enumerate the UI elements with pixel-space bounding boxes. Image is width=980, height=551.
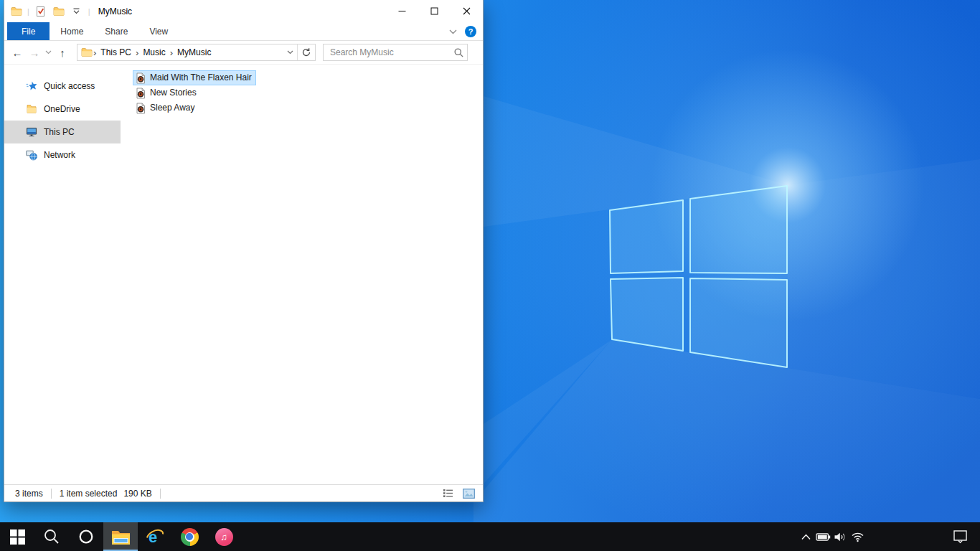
tray-show-hidden-icons-button[interactable]	[797, 522, 814, 551]
action-center-button[interactable]	[946, 522, 975, 551]
battery-icon	[816, 531, 831, 543]
taskbar-search-button[interactable]	[34, 522, 69, 551]
cortana-button[interactable]	[69, 522, 103, 551]
file-name: Maid With The Flaxen Hair	[150, 71, 252, 85]
address-dropdown-button[interactable]	[283, 44, 297, 60]
properties-button[interactable]	[34, 4, 47, 19]
sidebar-item-onedrive[interactable]: OneDrive	[4, 98, 121, 121]
close-button[interactable]	[451, 0, 483, 22]
music-note-glyph: ♫	[220, 532, 227, 542]
file-name: New Stories	[150, 86, 197, 100]
tab-share[interactable]: Share	[94, 22, 138, 40]
breadcrumb-mymusic[interactable]: MyMusic	[174, 47, 215, 57]
music-file-icon	[135, 72, 146, 84]
tab-file[interactable]: File	[7, 22, 50, 40]
details-view-button[interactable]	[440, 487, 456, 500]
recent-locations-button[interactable]	[43, 43, 54, 62]
start-button[interactable]	[0, 522, 34, 551]
itunes-icon: ♫	[215, 528, 233, 546]
quick-access-toolbar: | | MyMusic	[11, 4, 132, 19]
minimize-icon	[398, 7, 406, 15]
tray-volume-button[interactable]	[831, 522, 849, 551]
search-button[interactable]	[450, 47, 467, 58]
back-button[interactable]: ←	[9, 43, 26, 62]
refresh-button[interactable]	[298, 44, 315, 60]
tab-view[interactable]: View	[138, 22, 179, 40]
selection-size: 190 KB	[123, 489, 151, 499]
close-icon	[463, 7, 471, 15]
quick-access-star-icon	[26, 80, 37, 92]
qat-separator: |	[27, 7, 29, 16]
expand-ribbon-button[interactable]	[449, 27, 457, 37]
music-file-icon	[135, 88, 146, 99]
search-icon	[453, 47, 464, 58]
properties-check-icon	[35, 6, 47, 17]
file-name: Sleep Away	[150, 101, 195, 115]
window-controls	[386, 0, 483, 22]
taskbar: e ♫	[0, 522, 980, 551]
sidebar-item-this-pc[interactable]: This PC	[4, 121, 121, 143]
status-bar: 3 items 1 item selected 190 KB	[4, 484, 483, 501]
file-list: Maid With The Flaxen Hair New Stories	[121, 65, 483, 484]
navigation-pane: Quick access OneDrive This PC	[4, 65, 121, 484]
status-separator	[51, 489, 52, 499]
address-bar[interactable]: › This PC › Music › MyMusic	[77, 44, 316, 61]
breadcrumb-music[interactable]: Music	[139, 47, 169, 57]
file-row-new-stories[interactable]: New Stories	[133, 85, 201, 100]
action-center-icon	[953, 530, 968, 544]
system-tray	[797, 522, 980, 551]
navigation-toolbar: ← → ↑ › This PC › Music › MyMusic	[4, 41, 483, 65]
refresh-icon	[301, 47, 311, 57]
tray-wifi-button[interactable]	[849, 522, 866, 551]
forward-button[interactable]: →	[26, 43, 43, 62]
customize-qat-button[interactable]	[70, 4, 83, 19]
customize-dropdown-icon	[72, 8, 80, 15]
tray-battery-button[interactable]	[814, 522, 831, 551]
window-folder-icon	[11, 6, 22, 17]
maximize-icon	[430, 7, 438, 15]
minimize-button[interactable]	[386, 0, 418, 22]
new-folder-button[interactable]	[52, 4, 65, 19]
chevron-down-icon	[45, 50, 52, 55]
large-icons-view-button[interactable]	[461, 487, 476, 500]
tab-home[interactable]: Home	[50, 22, 94, 40]
magnifier-icon	[43, 528, 60, 545]
file-row-maid-with-the-flaxen-hair[interactable]: Maid With The Flaxen Hair	[133, 70, 256, 85]
status-separator	[160, 489, 161, 499]
sidebar-item-label: This PC	[44, 127, 75, 137]
new-folder-icon	[53, 6, 65, 17]
sidebar-item-quick-access[interactable]: Quick access	[4, 75, 121, 98]
sidebar-item-label: OneDrive	[44, 104, 80, 114]
circle-ring-icon	[78, 529, 94, 545]
item-count: 3 items	[15, 489, 43, 499]
chevron-down-icon	[287, 50, 293, 55]
sidebar-item-label: Network	[44, 150, 75, 160]
search-box	[323, 44, 468, 61]
window-title: MyMusic	[98, 6, 132, 17]
sidebar-item-network[interactable]: Network	[4, 143, 121, 166]
ribbon-tab-bar: File Home Share View ?	[4, 22, 483, 41]
taskbar-file-explorer-button[interactable]	[103, 522, 138, 551]
address-folder-icon	[81, 47, 93, 58]
up-button[interactable]: ↑	[54, 43, 71, 62]
maximize-button[interactable]	[418, 0, 451, 22]
chrome-button[interactable]	[172, 522, 207, 551]
chevron-down-icon	[449, 29, 457, 34]
large-icons-view-icon	[463, 489, 475, 499]
internet-explorer-button[interactable]: e	[138, 522, 172, 551]
chevron-up-icon	[801, 533, 811, 540]
this-pc-monitor-icon	[26, 126, 37, 138]
details-view-icon	[443, 489, 453, 498]
itunes-button[interactable]: ♫	[207, 522, 241, 551]
onedrive-folder-icon	[26, 103, 37, 115]
chrome-icon	[181, 528, 199, 546]
wifi-icon	[851, 531, 864, 542]
windows-logo-icon	[10, 529, 25, 545]
help-button[interactable]: ?	[465, 26, 476, 37]
breadcrumb-this-pc[interactable]: This PC	[97, 47, 135, 57]
internet-explorer-icon: e	[146, 527, 164, 546]
search-input[interactable]	[324, 47, 450, 57]
file-row-sleep-away[interactable]: Sleep Away	[133, 100, 199, 116]
file-explorer-window: | | MyMusic	[4, 0, 484, 502]
qat-separator: |	[88, 7, 90, 16]
